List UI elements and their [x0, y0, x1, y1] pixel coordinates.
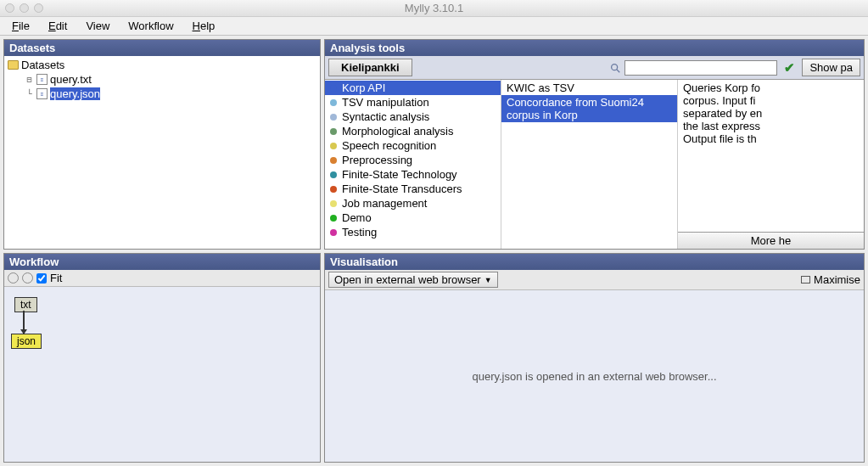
category-dot-icon	[330, 85, 337, 92]
category-item[interactable]: Preprocessing	[325, 153, 501, 167]
search-icon[interactable]	[609, 62, 621, 74]
tree-folder-datasets[interactable]: Datasets	[8, 58, 316, 72]
tree-folder-label: Datasets	[21, 59, 64, 71]
category-label: Preprocessing	[342, 154, 412, 166]
category-label: Job management	[342, 197, 427, 210]
tree-file[interactable]: └ ≡ query.json	[8, 87, 316, 101]
tree-file-label: query.json	[50, 87, 100, 100]
tree-branch-icon: └	[25, 89, 34, 98]
tool-description: Queries Korp fo corpus. Input fi separat…	[683, 81, 859, 145]
category-dot-icon	[330, 157, 337, 164]
category-dot-icon	[330, 99, 337, 106]
category-label: TSV manipulation	[342, 96, 429, 109]
workflow-canvas[interactable]: txt json	[4, 287, 320, 462]
category-item[interactable]: Morphological analysis	[325, 124, 501, 138]
workflow-node-txt[interactable]: txt	[14, 297, 37, 312]
maximise-icon	[801, 276, 810, 284]
category-label: Speech recognition	[342, 139, 436, 152]
check-icon[interactable]: ✔	[781, 60, 798, 76]
titlebar: Mylly 3.10.1	[0, 0, 868, 17]
category-dot-icon	[330, 200, 337, 207]
category-label: Korp API	[342, 81, 385, 94]
category-column: Korp APITSV manipulationSyntactic analys…	[325, 80, 501, 249]
category-label: Testing	[342, 226, 377, 239]
workflow-toolbar: Fit	[4, 270, 320, 287]
visualisation-panel: Visualisation Open in external web brows…	[324, 253, 865, 463]
category-item[interactable]: TSV manipulation	[325, 95, 501, 109]
category-dot-icon	[330, 171, 337, 178]
folder-icon	[8, 60, 19, 70]
fit-label: Fit	[50, 272, 62, 284]
visualisation-dropdown[interactable]: Open in external web browser ▼	[328, 272, 498, 288]
analysis-panel: Analysis tools Kielipankki ✔ Show pa Kor…	[324, 39, 865, 250]
category-label: Morphological analysis	[342, 125, 454, 138]
category-dot-icon	[330, 186, 337, 193]
menu-workflow[interactable]: Workflow	[120, 18, 182, 34]
category-label: Demo	[342, 211, 372, 224]
category-item[interactable]: Testing	[325, 225, 501, 239]
workflow-node-json[interactable]: json	[11, 334, 42, 349]
visualisation-toolbar: Open in external web browser ▼ Maximise	[325, 270, 864, 290]
category-item[interactable]: Finite-State Technology	[325, 167, 501, 182]
svg-point-0	[612, 64, 618, 70]
category-item[interactable]: Demo	[325, 211, 501, 225]
analysis-tab[interactable]: Kielipankki	[328, 59, 412, 76]
description-column: Queries Korp fo corpus. Input fi separat…	[678, 80, 864, 249]
menu-help[interactable]: Help	[184, 18, 224, 34]
workflow-panel: Workflow Fit txt json	[3, 253, 321, 463]
maximise-label: Maximise	[814, 273, 860, 286]
svg-line-1	[617, 69, 620, 72]
datasets-tree: Datasets ⊟ ≡ query.txt └ ≡ query.json	[4, 56, 320, 249]
category-dot-icon	[330, 128, 337, 135]
category-item[interactable]: Job management	[325, 196, 501, 211]
category-item[interactable]: Speech recognition	[325, 138, 501, 153]
analysis-toolbar: Kielipankki ✔ Show pa	[325, 56, 864, 80]
visualisation-body: query.json is opened in an external web …	[325, 290, 864, 462]
file-icon: ≡	[36, 74, 48, 85]
zoom-in-icon[interactable]	[8, 272, 19, 284]
menubar: File Edit View Workflow Help	[0, 17, 868, 36]
category-dot-icon	[330, 114, 337, 121]
dropdown-label: Open in external web browser	[334, 273, 481, 286]
menu-view[interactable]: View	[77, 18, 118, 34]
category-dot-icon	[330, 229, 337, 236]
menu-edit[interactable]: Edit	[40, 18, 76, 34]
close-window-icon[interactable]	[5, 3, 14, 13]
analysis-header: Analysis tools	[325, 40, 864, 56]
tool-item[interactable]: Concordance from Suomi24 corpus in Korp	[501, 95, 677, 122]
zoom-out-icon[interactable]	[22, 272, 33, 284]
workflow-header: Workflow	[4, 254, 320, 270]
window-title: Mylly 3.10.1	[405, 2, 463, 14]
workflow-edge	[23, 311, 25, 334]
fit-checkbox[interactable]	[36, 273, 47, 284]
zoom-window-icon[interactable]	[34, 3, 43, 13]
category-label: Finite-State Transducers	[342, 182, 462, 195]
tree-file-label: query.txt	[50, 73, 92, 86]
traffic-lights	[5, 3, 43, 13]
visualisation-header: Visualisation	[325, 254, 864, 270]
maximise-button[interactable]: Maximise	[801, 273, 860, 286]
tool-item[interactable]: KWIC as TSV	[501, 81, 677, 95]
category-item[interactable]: Finite-State Transducers	[325, 182, 501, 196]
more-help-button[interactable]: More he	[678, 232, 864, 249]
tree-branch-icon: ⊟	[25, 75, 34, 84]
category-dot-icon	[330, 143, 337, 149]
show-parameters-button[interactable]: Show pa	[802, 59, 860, 76]
minimize-window-icon[interactable]	[20, 3, 29, 13]
datasets-panel: Datasets Datasets ⊟ ≡ query.txt └ ≡ quer…	[3, 39, 321, 250]
category-item[interactable]: Korp API	[325, 81, 501, 95]
category-item[interactable]: Syntactic analysis	[325, 109, 501, 124]
tool-column: KWIC as TSVConcordance from Suomi24 corp…	[501, 80, 678, 249]
datasets-header: Datasets	[4, 40, 320, 56]
menu-file[interactable]: File	[3, 18, 38, 34]
category-label: Syntactic analysis	[342, 110, 429, 123]
tree-file[interactable]: ⊟ ≡ query.txt	[8, 72, 316, 87]
file-icon: ≡	[36, 88, 48, 99]
visualisation-message: query.json is opened in an external web …	[472, 370, 716, 383]
search-input[interactable]	[624, 60, 777, 76]
category-label: Finite-State Technology	[342, 168, 457, 181]
chevron-down-icon: ▼	[484, 276, 492, 284]
category-dot-icon	[330, 215, 337, 222]
